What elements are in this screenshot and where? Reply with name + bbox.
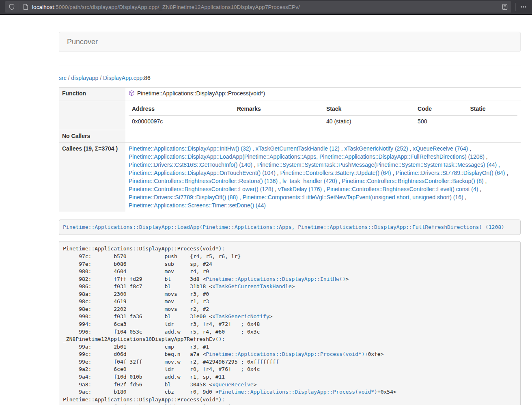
asm-line: 99a: 2b01 cmp r3, #1 — [63, 343, 517, 351]
callee-separator: , — [340, 145, 345, 152]
callee-link[interactable]: Pinetime::Drivers::St7789::DisplayOff() … — [129, 194, 238, 200]
asm-line: 98a: 2300 movs r3, #0 — [63, 291, 517, 298]
asm-line: 986: f031 f8c7 bl 31b18 <xTaskGetCurrent… — [63, 283, 517, 291]
breadcrumb-link[interactable]: src — [59, 75, 67, 81]
callee-link[interactable]: Pinetime::Controllers::BrightnessControl… — [129, 186, 273, 192]
callee-link[interactable]: Pinetime::System::SystemTask::PushMessag… — [257, 162, 497, 168]
breadcrumb-separator: / — [98, 75, 103, 81]
asm-symbol-link[interactable]: Pinetime::Applications::DisplayApp::Init… — [206, 276, 345, 282]
callee-link[interactable]: xQueueReceive (764) — [413, 145, 468, 152]
callee-link[interactable]: lv_task_handler (420) — [282, 178, 337, 184]
callee-link[interactable]: Pinetime::Applications::DisplayApp::Load… — [129, 153, 485, 160]
url-bar[interactable]: localhost:5000/path/src/displayapp/Displ… — [5, 1, 511, 13]
brand[interactable]: Puncover — [67, 38, 98, 46]
breadcrumb-link[interactable]: DisplayApp.cpp — [103, 75, 142, 81]
callee-separator: , — [273, 186, 278, 192]
url-text[interactable]: localhost:5000/path/src/displayapp/Displ… — [32, 4, 502, 10]
stats-cell: AddressRemarksStackCodeStatic 0x0000097c… — [125, 101, 521, 130]
callee-link[interactable]: Pinetime::Controllers::BrightnessControl… — [129, 178, 278, 184]
callee-separator: , — [478, 186, 481, 192]
stats-value-cell: 500 — [414, 115, 467, 127]
asm-line: 9a2: 6ce0 ldr r0, [r4, #76] ; 0x4c — [63, 366, 517, 373]
callee-separator: , — [408, 145, 413, 152]
url-host: localhost — [32, 4, 54, 10]
callee-separator: , — [278, 178, 282, 184]
asm-line: 99c: d06d beq.n a7a <Pinetime::Applicati… — [63, 351, 517, 358]
url-path: :5000/path/src/displayapp/DisplayApp.cpp… — [54, 4, 300, 10]
empty-label-cell — [59, 101, 125, 130]
callee-separator: , — [497, 162, 500, 168]
asm-line: 982: f7ff fd29 bl 3d8 <Pinetime::Applica… — [63, 276, 517, 283]
asm-line: 9a4: f10d 010b add.w r1, sp, #11 — [63, 373, 517, 381]
callee-link[interactable]: Pinetime::Components::LittleVgl::SetNewT… — [243, 194, 463, 200]
asm-line: 994: 6ca3 ldr r3, [r4, #72] ; 0x48 — [63, 321, 517, 328]
callees-list: Pinetime::Applications::DisplayApp::Init… — [125, 142, 521, 212]
asm-line: 98e: 2202 movs r2, #2 — [63, 306, 517, 313]
reader-view-icon[interactable] — [502, 4, 508, 10]
asm-line: Pinetime::Applications::DisplayApp::Proc… — [63, 396, 517, 404]
stats-value-cell: 40 (static) — [323, 115, 414, 127]
callee-link[interactable]: xTaskGenericNotify (252) — [344, 145, 408, 152]
asm-line: 99e: f04f 32ff mov.w r2, #4294967295 ; 0… — [63, 358, 517, 366]
callee-link[interactable]: xTaskGetCurrentTaskHandle (12) — [256, 145, 340, 152]
callee-link[interactable]: Pinetime::Controllers::BrightnessControl… — [342, 178, 483, 184]
asm-line: 9a8: f02f fd56 bl 30458 <xQueueReceive> — [63, 381, 517, 389]
asm-symbol-link[interactable]: Pinetime::Applications::DisplayApp::Proc… — [206, 351, 364, 357]
asm-line: 990: f031 fa36 bl 31e00 <xTaskGenericNot… — [63, 313, 517, 321]
callee-link[interactable]: Pinetime::Applications::Screens::Timer::… — [129, 202, 266, 209]
divider — [59, 65, 521, 65]
callee-link[interactable]: Pinetime::Controllers::Battery::Update()… — [280, 170, 391, 176]
breadcrumb-separator: / — [67, 75, 71, 81]
breadcrumb-link[interactable]: displayapp — [71, 75, 98, 81]
stats-row: AddressRemarksStackCodeStatic 0x0000097c… — [59, 101, 521, 130]
callee-link[interactable]: Pinetime::Applications::DisplayApp::OnTo… — [129, 170, 276, 176]
callee-link[interactable]: vTaskDelay (176) — [278, 186, 322, 192]
shield-icon[interactable] — [9, 4, 15, 10]
asm-line: Pinetime::Applications::DisplayApp::Proc… — [63, 245, 517, 253]
toolbar-separator — [515, 3, 516, 11]
no-callers-row: No Callers — [59, 130, 521, 142]
asm-line: 97c: b570 push {r4, r5, r6, lr} — [63, 253, 517, 261]
callee-separator: , — [251, 145, 256, 152]
callee-separator: , — [238, 194, 243, 200]
browser-toolbar: localhost:5000/path/src/displayapp/Displ… — [0, 0, 532, 15]
stats-value-row: 0x0000097c40 (static)500 — [129, 115, 517, 127]
callee-separator: , — [391, 170, 396, 176]
stats-table: AddressRemarksStackCodeStatic 0x0000097c… — [129, 103, 517, 128]
callee-separator: , — [484, 178, 487, 184]
disassembly: Pinetime::Applications::DisplayApp::Proc… — [59, 241, 521, 405]
stats-header-row: AddressRemarksStackCodeStatic — [129, 103, 517, 115]
asm-line: _ZN8Pinetime12Applications10DisplayApp7R… — [63, 336, 517, 343]
callee-link[interactable]: Pinetime::Applications::DisplayApp::Init… — [129, 145, 251, 152]
asm-line: 996: f104 053c add.w r5, r4, #60 ; 0x3c — [63, 328, 517, 336]
asm-symbol-link[interactable]: xTaskGetCurrentTaskHandle — [212, 283, 292, 289]
breadcrumb: src / displayapp / DisplayApp.cpp:86 — [59, 74, 521, 82]
callee-link[interactable]: Pinetime::Drivers::St7789::DisplayOn() (… — [396, 170, 505, 176]
page-content: Puncover src / displayapp / DisplayApp.c… — [59, 15, 521, 405]
asm-line: 98c: 4619 mov r1, r3 — [63, 298, 517, 306]
asm-line: 980: 4604 mov r4, r0 — [63, 268, 517, 276]
asm-line: 9ac: b180 cbz r0, 9d0 <Pinetime::Applica… — [63, 388, 517, 396]
urlbar-separator — [19, 3, 19, 11]
callee-separator: , — [322, 186, 327, 192]
callee-separator: , — [468, 145, 471, 152]
function-name-cell: Pinetime::Applications::DisplayApp::Proc… — [125, 88, 521, 101]
asm-symbol-link[interactable]: xTaskGenericNotify — [212, 313, 269, 319]
page-icon[interactable] — [23, 4, 28, 10]
asm-symbol-link[interactable]: Pinetime::Applications::DisplayApp::Proc… — [219, 389, 377, 395]
stats-value-cell — [234, 115, 323, 127]
navbar: Puncover — [59, 32, 521, 52]
callee-link[interactable]: Pinetime::Controllers::BrightnessControl… — [327, 186, 478, 192]
stats-column-header: Static — [467, 103, 517, 115]
asm-symbol-link[interactable]: xQueueReceive — [212, 381, 254, 388]
callees-label: Callees (19, Σ=3704 ) — [59, 142, 125, 212]
callee-separator: , — [463, 194, 467, 200]
overflow-menu-icon[interactable] — [520, 4, 527, 10]
callee-link[interactable]: Pinetime::Drivers::Cst816S::GetTouchInfo… — [129, 162, 252, 168]
callee-separator: , — [276, 170, 280, 176]
asm-line: 97e: b086 sub sp, #24 — [63, 261, 517, 268]
symbol-table: Function Pinetime::Applications::Display… — [59, 87, 521, 212]
no-callers-label: No Callers — [59, 130, 125, 142]
highlight-link[interactable]: Pinetime::Applications::DisplayApp::Load… — [63, 224, 504, 230]
no-callers-cell — [125, 130, 521, 142]
